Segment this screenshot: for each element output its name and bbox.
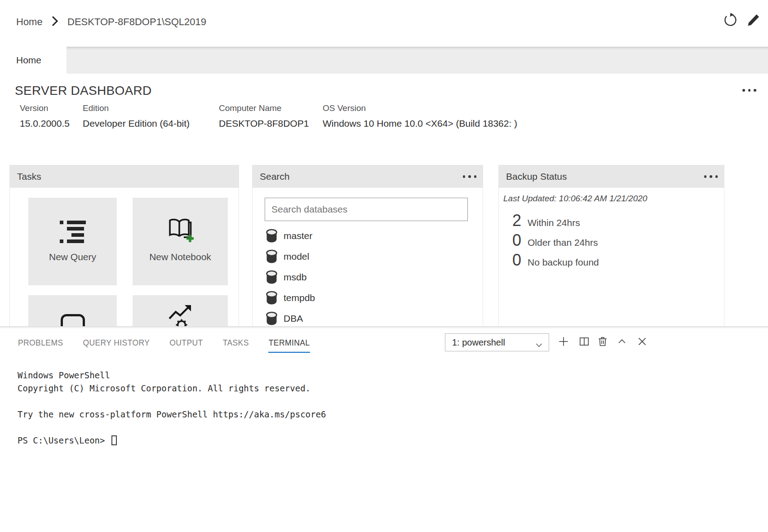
property-value: 15.0.2000.5 bbox=[20, 118, 70, 129]
edit-button[interactable] bbox=[745, 13, 761, 29]
property-label: Edition bbox=[83, 103, 190, 113]
new-query-icon bbox=[60, 221, 86, 243]
tile-label: New Notebook bbox=[133, 252, 228, 262]
split-terminal-button[interactable] bbox=[577, 335, 591, 349]
server-property: Version 15.0.2000.5 bbox=[20, 103, 70, 129]
breadcrumb-home-link[interactable]: Home bbox=[16, 16, 43, 28]
terminal-cursor bbox=[111, 435, 117, 445]
pencil-icon bbox=[746, 22, 761, 29]
database-name: tempdb bbox=[284, 293, 315, 303]
property-value: Developer Edition (64-bit) bbox=[83, 118, 190, 129]
database-list-item[interactable]: DBA bbox=[266, 308, 478, 326]
backup-panel-body: Last Updated: 10:06:42 AM 1/21/2020 2 Wi… bbox=[498, 188, 724, 326]
new-query-tile[interactable]: New Query bbox=[28, 198, 117, 285]
property-label: Computer Name bbox=[219, 103, 309, 113]
restore-icon bbox=[61, 314, 85, 326]
terminal-prompt: PS C:\Users\Leon> bbox=[18, 435, 110, 445]
backup-stat: 0 Older than 24hrs bbox=[509, 231, 598, 250]
refresh-button[interactable] bbox=[722, 13, 738, 29]
tasks-panel-header: Tasks bbox=[9, 165, 239, 188]
database-name: model bbox=[284, 251, 309, 262]
server-property: Computer Name DESKTOP-8F8DOP1 bbox=[219, 103, 309, 129]
backup-panel-header: Backup Status bbox=[498, 165, 724, 188]
backup-stat: 0 No backup found bbox=[509, 251, 599, 270]
database-name: msdb bbox=[284, 272, 306, 283]
backup-last-updated: Last Updated: 10:06:42 AM 1/21/2020 bbox=[503, 194, 647, 204]
stat-label: Older than 24hrs bbox=[528, 237, 598, 248]
tab-terminal[interactable]: TERMINAL bbox=[268, 327, 311, 353]
database-icon bbox=[266, 270, 278, 284]
stat-label: No backup found bbox=[528, 257, 599, 268]
database-icon bbox=[266, 249, 278, 264]
tab-tasks[interactable]: TASKS bbox=[222, 327, 249, 353]
kill-terminal-button[interactable] bbox=[596, 335, 609, 349]
backup-status-panel: Backup Status Last Updated: 10:06:42 AM … bbox=[498, 165, 724, 326]
configure-chart-icon bbox=[168, 304, 192, 326]
tasks-panel: Tasks New Query bbox=[9, 165, 239, 326]
property-label: OS Version bbox=[323, 103, 517, 113]
stat-count: 2 bbox=[509, 211, 521, 230]
tile-label: New Query bbox=[28, 252, 117, 262]
terminal-line: Copyright (C) Microsoft Corporation. All… bbox=[18, 382, 326, 395]
panel-title: Tasks bbox=[9, 165, 239, 188]
terminal-instance-select[interactable]: 1: powershell bbox=[445, 333, 549, 351]
server-property: OS Version Windows 10 Home 10.0 <X64> (B… bbox=[323, 103, 517, 129]
task-tile-partial[interactable] bbox=[133, 295, 228, 326]
plus-icon bbox=[558, 336, 569, 347]
property-label: Version bbox=[20, 103, 70, 113]
stat-label: Within 24hrs bbox=[528, 217, 580, 228]
panel-tab-bar: PROBLEMS QUERY HISTORY OUTPUT TASKS TERM… bbox=[18, 327, 310, 353]
server-property: Edition Developer Edition (64-bit) bbox=[83, 103, 190, 129]
property-value: Windows 10 Home 10.0 <X64> (Build 18362:… bbox=[323, 118, 517, 129]
database-list-item[interactable]: model bbox=[266, 246, 478, 267]
task-tile-partial[interactable] bbox=[28, 295, 117, 326]
editor-tab-strip: Home bbox=[0, 47, 768, 74]
chevron-down-icon bbox=[536, 341, 542, 349]
new-terminal-button[interactable] bbox=[557, 335, 570, 349]
new-notebook-tile[interactable]: New Notebook bbox=[133, 198, 228, 285]
terminal-prompt-line: PS C:\Users\Leon> bbox=[18, 434, 326, 447]
tasks-panel-body: New Query New Notebook bbox=[9, 188, 239, 326]
backup-stat: 2 Within 24hrs bbox=[509, 211, 580, 230]
stat-count: 0 bbox=[509, 231, 521, 250]
database-icon bbox=[266, 229, 278, 243]
property-value: DESKTOP-8F8DOP1 bbox=[219, 118, 309, 129]
database-icon bbox=[266, 291, 278, 305]
page-title: SERVER DASHBOARD bbox=[15, 84, 152, 98]
terminal-line: Try the new cross-platform PowerShell ht… bbox=[18, 408, 326, 421]
search-panel: Search master model bbox=[252, 165, 483, 326]
search-panel-body: master model msdb bbox=[252, 188, 483, 326]
close-panel-button[interactable] bbox=[635, 335, 649, 349]
database-list-item[interactable]: master bbox=[266, 226, 478, 246]
tab-problems[interactable]: PROBLEMS bbox=[18, 327, 63, 353]
refresh-icon bbox=[722, 22, 737, 29]
database-list-item[interactable]: msdb bbox=[266, 267, 478, 288]
breadcrumb-current: DESKTOP-8F8DOP1\SQL2019 bbox=[67, 16, 206, 28]
terminal-line bbox=[18, 421, 326, 434]
dashboard-more-button[interactable] bbox=[742, 87, 756, 93]
stat-count: 0 bbox=[509, 251, 521, 270]
chevron-up-icon bbox=[616, 336, 628, 347]
database-name: DBA bbox=[284, 313, 303, 324]
database-list-item[interactable]: tempdb bbox=[266, 288, 478, 308]
trash-icon bbox=[597, 336, 608, 347]
server-dashboard: SERVER DASHBOARD Version 15.0.2000.5 Edi… bbox=[0, 74, 768, 326]
panel-title: Search bbox=[252, 165, 483, 188]
split-editor-icon bbox=[578, 336, 590, 347]
panel-title: Backup Status bbox=[498, 165, 724, 188]
terminal-select-value: 1: powershell bbox=[452, 337, 505, 348]
close-icon bbox=[636, 336, 648, 347]
maximize-panel-button[interactable] bbox=[615, 335, 629, 349]
new-notebook-icon bbox=[167, 217, 194, 243]
database-list: master model msdb bbox=[266, 226, 478, 326]
breadcrumb: Home DESKTOP-8F8DOP1\SQL2019 bbox=[0, 0, 768, 47]
terminal-line bbox=[18, 395, 326, 408]
tab-output[interactable]: OUTPUT bbox=[169, 327, 203, 353]
database-icon bbox=[266, 311, 278, 326]
terminal-output[interactable]: Windows PowerShell Copyright (C) Microso… bbox=[18, 369, 326, 447]
tab-home[interactable]: Home bbox=[0, 47, 67, 74]
tab-query-history[interactable]: QUERY HISTORY bbox=[82, 327, 150, 353]
search-more-button[interactable] bbox=[463, 173, 477, 180]
search-databases-input[interactable] bbox=[265, 198, 468, 221]
backup-more-button[interactable] bbox=[704, 173, 718, 180]
